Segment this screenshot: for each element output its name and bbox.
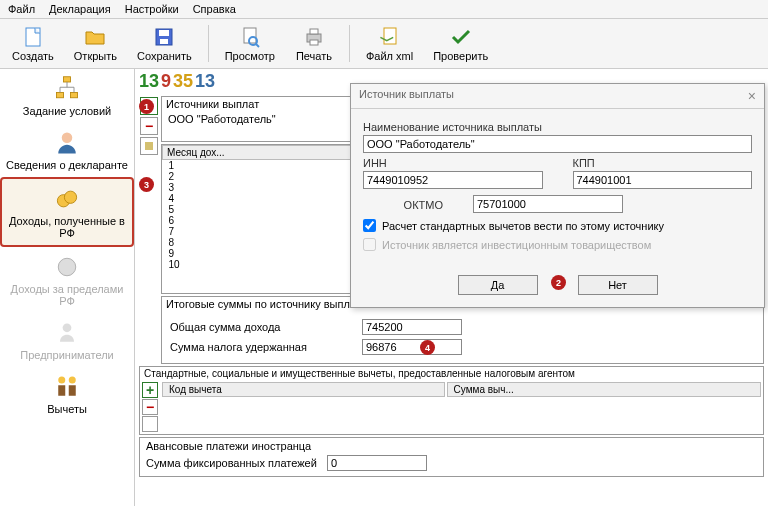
total-income-label: Общая сумма дохода bbox=[170, 321, 350, 333]
print-button[interactable]: Печать bbox=[289, 23, 339, 64]
svg-point-18 bbox=[62, 133, 73, 144]
remove-source-button[interactable] bbox=[140, 117, 158, 135]
svg-point-21 bbox=[58, 258, 76, 276]
investment-label: Источник является инвестиционным товарищ… bbox=[382, 239, 651, 251]
advance-header: Авансовые платежи иностранца bbox=[146, 440, 757, 452]
svg-rect-12 bbox=[57, 93, 64, 98]
source-name-input[interactable] bbox=[363, 135, 752, 153]
tax-withheld-label: Сумма налога удержанная bbox=[170, 341, 350, 353]
svg-point-25 bbox=[58, 377, 65, 384]
inn-input[interactable] bbox=[363, 171, 543, 189]
deductions-panel: Стандартные, социальные и имущественные … bbox=[139, 366, 764, 435]
source-name-label: Наименование источника выплаты bbox=[363, 121, 752, 133]
advance-panel: Авансовые платежи иностранца Сумма фикси… bbox=[139, 437, 764, 477]
edit-deduction-button[interactable] bbox=[142, 416, 158, 432]
close-icon[interactable]: × bbox=[748, 88, 756, 104]
sidebar-declarant[interactable]: Сведения о декларанте bbox=[0, 123, 134, 177]
advance-label: Сумма фиксированных платежей bbox=[146, 457, 317, 469]
remove-deduction-button[interactable] bbox=[142, 399, 158, 415]
menu-settings[interactable]: Настройки bbox=[125, 3, 179, 15]
inn-label: ИНН bbox=[363, 157, 543, 169]
svg-line-6 bbox=[256, 44, 259, 47]
menu-bar: Файл Декларация Настройки Справка bbox=[0, 0, 768, 19]
svg-rect-11 bbox=[64, 77, 71, 82]
svg-rect-8 bbox=[310, 29, 318, 34]
step-badge-1: 1 bbox=[139, 99, 154, 114]
no-button[interactable]: Нет bbox=[578, 275, 658, 295]
open-button[interactable]: Открыть bbox=[68, 23, 123, 64]
sidebar-income-rf[interactable]: Доходы, полученные в РФ bbox=[0, 177, 134, 247]
menu-file[interactable]: Файл bbox=[8, 3, 35, 15]
svg-rect-9 bbox=[310, 40, 318, 45]
menu-declaration[interactable]: Декларация bbox=[49, 3, 111, 15]
advance-input[interactable] bbox=[327, 455, 427, 471]
edit-source-button[interactable] bbox=[140, 137, 158, 155]
xml-button[interactable]: Файл xml bbox=[360, 23, 419, 64]
kpp-input[interactable] bbox=[573, 171, 753, 189]
step-badge-2: 2 bbox=[551, 275, 566, 290]
svg-rect-24 bbox=[69, 385, 76, 396]
tax-withheld-input[interactable] bbox=[362, 339, 462, 355]
sidebar: Задание условий Сведения о декларанте До… bbox=[0, 69, 135, 506]
add-deduction-button[interactable] bbox=[142, 382, 158, 398]
svg-rect-2 bbox=[159, 30, 169, 36]
oktmo-input[interactable] bbox=[473, 195, 623, 213]
deductions-header: Стандартные, социальные и имущественные … bbox=[140, 367, 763, 380]
svg-point-20 bbox=[64, 191, 76, 203]
std-deduction-label: Расчет стандартных вычетов вести по этом… bbox=[382, 220, 664, 232]
dialog-title: Источник выплаты bbox=[359, 88, 454, 104]
svg-rect-23 bbox=[58, 385, 65, 396]
save-button[interactable]: Сохранить bbox=[131, 23, 198, 64]
step-badge-3: 3 bbox=[139, 177, 154, 192]
kpp-label: КПП bbox=[573, 157, 753, 169]
sidebar-deductions[interactable]: Вычеты bbox=[0, 367, 134, 421]
svg-rect-10 bbox=[384, 28, 396, 44]
new-button[interactable]: Создать bbox=[6, 23, 60, 64]
oktmo-label: ОКТМО bbox=[363, 199, 443, 211]
sidebar-entrepreneurs[interactable]: Предприниматели bbox=[0, 313, 134, 367]
total-income-input[interactable] bbox=[362, 319, 462, 335]
check-button[interactable]: Проверить bbox=[427, 23, 494, 64]
svg-point-22 bbox=[63, 323, 72, 332]
toolbar: Создать Открыть Сохранить Просмотр Печат… bbox=[0, 19, 768, 69]
svg-rect-3 bbox=[160, 39, 168, 44]
deductions-table[interactable]: Код вычетаСумма выч... bbox=[160, 380, 763, 434]
menu-help[interactable]: Справка bbox=[193, 3, 236, 15]
svg-rect-13 bbox=[71, 93, 78, 98]
sidebar-conditions[interactable]: Задание условий bbox=[0, 69, 134, 123]
yes-button[interactable]: Да bbox=[458, 275, 538, 295]
svg-rect-27 bbox=[145, 142, 153, 150]
source-dialog: Источник выплаты× Наименование источника… bbox=[350, 83, 765, 308]
step-badge-4: 4 bbox=[420, 340, 435, 355]
std-deduction-checkbox[interactable] bbox=[363, 219, 376, 232]
preview-button[interactable]: Просмотр bbox=[219, 23, 281, 64]
sidebar-income-foreign[interactable]: Доходы за пределами РФ bbox=[0, 247, 134, 313]
svg-point-26 bbox=[69, 377, 76, 384]
investment-checkbox bbox=[363, 238, 376, 251]
svg-rect-0 bbox=[26, 28, 40, 46]
